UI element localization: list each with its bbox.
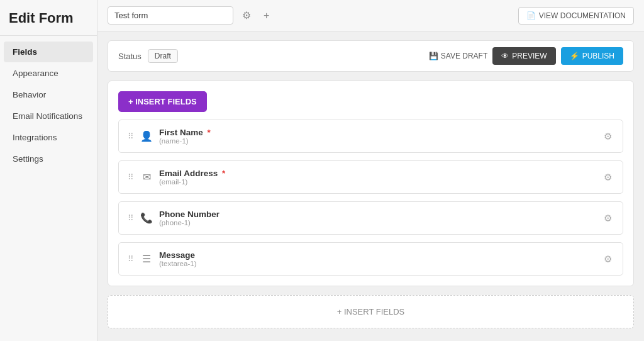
sidebar-item-settings[interactable]: Settings — [4, 148, 93, 169]
field-id: (textarea-1) — [159, 260, 596, 267]
bottom-insert-fields-button[interactable]: + INSERT FIELDS — [108, 295, 634, 328]
field-id: (email-1) — [159, 178, 596, 186]
field-gear-icon[interactable]: ⚙ — [602, 252, 614, 267]
sidebar: Edit Form Fields Appearance Behavior Ema… — [0, 0, 97, 341]
drag-handle-icon[interactable]: ⠿ — [128, 213, 134, 223]
table-row: ⠿ ✉ Email Address * (email-1) ⚙ — [118, 160, 623, 194]
field-gear-icon[interactable]: ⚙ — [602, 211, 614, 226]
plus-icon: + — [264, 10, 269, 21]
field-id: (phone-1) — [159, 219, 596, 226]
field-info: Phone Number (phone-1) — [159, 210, 596, 226]
drag-handle-icon[interactable]: ⠿ — [128, 131, 134, 141]
main-content: ⚙ + 📄 VIEW DOCUMENTATION Status Draft 💾 … — [97, 0, 644, 341]
topbar: ⚙ + 📄 VIEW DOCUMENTATION — [97, 0, 644, 31]
save-draft-button[interactable]: 💾 SAVE DRAFT — [429, 52, 487, 60]
textarea-icon: ☰ — [140, 253, 153, 265]
field-name: Email Address * — [159, 169, 596, 178]
sidebar-item-behavior[interactable]: Behavior — [4, 84, 93, 105]
sidebar-item-integrations[interactable]: Integrations — [4, 127, 93, 148]
sidebar-item-fields[interactable]: Fields — [4, 42, 93, 62]
field-gear-icon[interactable]: ⚙ — [602, 129, 614, 144]
preview-button[interactable]: 👁 PREVIEW — [492, 47, 555, 65]
field-name: Message — [159, 250, 596, 260]
table-row: ⠿ 👤 First Name * (name-1) ⚙ — [118, 120, 623, 153]
view-documentation-button[interactable]: 📄 VIEW DOCUMENTATION — [518, 7, 634, 25]
status-actions: 💾 SAVE DRAFT 👁 PREVIEW ⚡ PUBLISH — [429, 47, 623, 65]
form-name-input[interactable] — [108, 6, 233, 25]
field-info: Message (textarea-1) — [159, 250, 596, 267]
save-icon: 💾 — [429, 52, 438, 60]
sidebar-title: Edit Form — [0, 0, 97, 36]
add-form-button[interactable]: + — [260, 8, 273, 24]
gear-icon: ⚙ — [242, 10, 251, 21]
field-name: First Name * — [159, 128, 596, 137]
insert-fields-button[interactable]: + INSERT FIELDS — [118, 91, 207, 112]
content-area: Status Draft 💾 SAVE DRAFT 👁 PREVIEW ⚡ PU… — [97, 31, 644, 341]
required-indicator: * — [205, 128, 211, 137]
sidebar-item-email-notifications[interactable]: Email Notifications — [4, 106, 93, 126]
field-info: First Name * (name-1) — [159, 128, 596, 145]
field-info: Email Address * (email-1) — [159, 169, 596, 186]
person-icon: 👤 — [140, 130, 153, 142]
field-gear-icon[interactable]: ⚙ — [602, 170, 614, 185]
field-name: Phone Number — [159, 210, 596, 219]
drag-handle-icon[interactable]: ⠿ — [128, 254, 134, 264]
fields-panel: + INSERT FIELDS ⠿ 👤 First Name * (name-1… — [108, 81, 634, 286]
phone-icon: 📞 — [140, 212, 153, 224]
publish-icon: ⚡ — [570, 52, 579, 60]
doc-icon: 📄 — [526, 11, 536, 20]
required-indicator: * — [219, 169, 225, 178]
status-bar: Status Draft 💾 SAVE DRAFT 👁 PREVIEW ⚡ PU… — [108, 40, 634, 72]
field-id: (name-1) — [159, 137, 596, 145]
sidebar-item-appearance[interactable]: Appearance — [4, 63, 93, 84]
eye-icon: 👁 — [501, 52, 509, 60]
drag-handle-icon[interactable]: ⠿ — [128, 172, 134, 182]
status-label: Status — [118, 52, 142, 61]
table-row: ⠿ 📞 Phone Number (phone-1) ⚙ — [118, 201, 623, 235]
publish-button[interactable]: ⚡ PUBLISH — [561, 47, 623, 65]
sidebar-nav: Fields Appearance Behavior Email Notific… — [0, 36, 97, 175]
gear-settings-button[interactable]: ⚙ — [238, 7, 255, 24]
table-row: ⠿ ☰ Message (textarea-1) ⚙ — [118, 242, 623, 276]
email-icon: ✉ — [140, 171, 153, 183]
status-badge: Draft — [148, 49, 178, 63]
